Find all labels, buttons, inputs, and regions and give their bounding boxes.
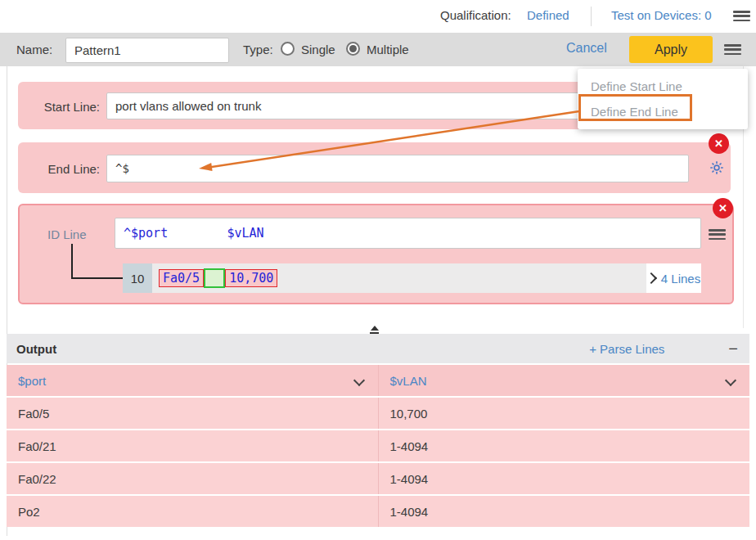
end-line-label: End Line: xyxy=(25,162,100,176)
type-label: Type: xyxy=(243,43,273,56)
table-cell: Po2 xyxy=(7,495,378,527)
output-header-bar: Output + Parse Lines − xyxy=(7,334,749,363)
chevron-down-icon[interactable] xyxy=(353,375,364,386)
id-line-label: ID Line xyxy=(47,227,87,241)
start-line-label: Start Line: xyxy=(25,100,100,114)
qualification-value-link[interactable]: Defined xyxy=(527,0,569,31)
radio-single[interactable] xyxy=(281,42,295,56)
radio-multiple-label[interactable]: Multiple xyxy=(367,43,409,56)
table-row[interactable]: Fa0/211-4094 xyxy=(7,430,749,462)
match-token-port: Fa0/5 xyxy=(159,269,204,287)
table-cell: 1-4094 xyxy=(378,495,749,527)
parse-lines-button[interactable]: + Parse Lines xyxy=(589,342,664,356)
chevron-right-icon xyxy=(646,272,657,284)
id-line-menu-icon[interactable] xyxy=(709,229,726,240)
column-header-vlan[interactable]: $vLAN xyxy=(378,365,749,397)
topbar-divider xyxy=(591,7,592,26)
end-line-input[interactable]: ^$ xyxy=(106,155,689,182)
sample-line-number: 10 xyxy=(123,263,152,293)
id-line-input[interactable]: ^$port $vLAN xyxy=(115,218,701,249)
column-header-port[interactable]: $port xyxy=(7,365,378,397)
name-input[interactable]: Pattern1 xyxy=(65,38,229,63)
apply-button[interactable]: Apply xyxy=(629,36,713,63)
table-row[interactable]: Fa0/510,700 xyxy=(7,397,749,430)
annotation-highlight-box xyxy=(578,94,692,121)
collapse-output-button[interactable]: − xyxy=(728,340,738,357)
table-cell: Fa0/5 xyxy=(7,397,378,430)
table-cell: Fa0/21 xyxy=(7,430,378,462)
collapse-panel-icon[interactable] xyxy=(370,326,379,334)
end-line-delete-icon[interactable]: ✕ xyxy=(709,133,729,154)
sample-line-bar: Fa0/5 10,700 xyxy=(152,263,646,293)
chevron-down-icon[interactable] xyxy=(725,375,736,386)
match-token-vlan: 10,700 xyxy=(225,269,277,287)
table-cell: Fa0/22 xyxy=(7,462,378,495)
output-table-header-row: $port $vLAN xyxy=(7,365,749,397)
id-line-connector-horizontal xyxy=(71,277,123,279)
cancel-button[interactable]: Cancel xyxy=(566,41,607,56)
pattern-editor-window: Qualification: Defined Test on Devices: … xyxy=(0,0,756,540)
table-row[interactable]: Po21-4094 xyxy=(7,495,749,527)
output-title: Output xyxy=(16,342,56,356)
qualification-label: Qualification: xyxy=(440,0,511,31)
radio-single-label[interactable]: Single xyxy=(301,43,335,56)
id-line-delete-icon[interactable]: ✕ xyxy=(713,198,733,218)
table-cell: 1-4094 xyxy=(378,430,749,462)
header-menu-icon[interactable] xyxy=(724,44,741,55)
table-cell: 1-4094 xyxy=(378,462,749,495)
expand-lines-label: 4 Lines xyxy=(661,272,700,286)
table-cell: 10,700 xyxy=(378,397,749,430)
match-gap-token xyxy=(204,268,225,288)
output-table: $port $vLAN Fa0/510,700Fa0/211-4094Fa0/2… xyxy=(7,365,749,527)
expand-lines-button[interactable]: 4 Lines xyxy=(646,263,701,293)
end-line-settings-gear-icon[interactable] xyxy=(708,159,726,180)
test-on-devices-link[interactable]: Test on Devices: 0 xyxy=(611,0,712,31)
table-row[interactable]: Fa0/221-4094 xyxy=(7,462,749,495)
output-table-body: Fa0/510,700Fa0/211-4094Fa0/221-4094Po21-… xyxy=(7,397,749,527)
name-label: Name: xyxy=(16,43,52,56)
radio-multiple[interactable] xyxy=(346,42,360,56)
id-line-connector-vertical xyxy=(71,244,73,278)
topbar-menu-icon[interactable] xyxy=(733,11,750,21)
